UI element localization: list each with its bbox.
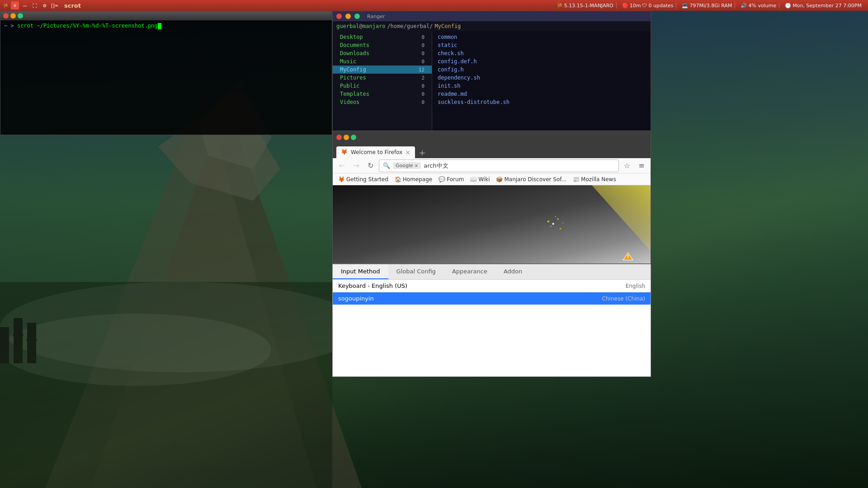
datetime-text: Mon, September 27 7:00PM bbox=[793, 3, 862, 9]
fm-dir-desktop[interactable]: Desktop 0 bbox=[333, 33, 432, 41]
fcitx-tab-appearance[interactable]: Appearance bbox=[444, 264, 495, 279]
ff-bookmarks-bar: 🦊 Getting Started 🏠 Homepage 💬 Forum 📖 W… bbox=[333, 174, 651, 185]
svg-point-7 bbox=[0, 314, 271, 386]
manjaro-icon[interactable]: 🎋 bbox=[2, 2, 9, 9]
fm-dir-myconfig[interactable]: MyConfig 12 bbox=[333, 66, 432, 74]
updates-shield-icon: 🛡 bbox=[642, 3, 647, 9]
ff-tab-close-btn[interactable]: × bbox=[405, 149, 410, 156]
fm-dir-public-label: Public bbox=[340, 83, 359, 89]
filemanager-window: Ranger guerbal @ manjaro /home/guerbal/ … bbox=[332, 11, 651, 142]
ff-bookmark-mozilla[interactable]: 📰 Mozilla News bbox=[571, 175, 618, 183]
ff-bm-home-icon: 🏠 bbox=[395, 176, 401, 183]
fm-dir-videos[interactable]: Videos 0 bbox=[333, 98, 432, 106]
terminal-prompt: ~ > scrot ~/Pictures/%Y-%m-%d-%T-screens… bbox=[4, 22, 328, 30]
fm-dir-myconfig-label: MyConfig bbox=[340, 66, 366, 73]
taskbar-volume[interactable]: 🔊 4% volume bbox=[738, 3, 779, 9]
ff-search-engine-badge[interactable]: Google × bbox=[393, 162, 421, 169]
fcitx-keyboard-name: Keyboard - English (US) bbox=[338, 282, 626, 289]
fm-file-configdefh[interactable]: config.def.h bbox=[432, 57, 651, 66]
taskbar-updates[interactable]: 🔴 10m 🛡 0 updates bbox=[619, 3, 677, 9]
ff-search-engine-close[interactable]: × bbox=[415, 163, 418, 168]
firefox-icon: 🦊 bbox=[341, 149, 348, 156]
fm-close-btn[interactable] bbox=[336, 14, 342, 19]
fcitx-keyboard-lang: English bbox=[626, 283, 645, 289]
ff-search-engine-label: Google bbox=[396, 163, 413, 169]
terminal-min-btn[interactable] bbox=[10, 13, 16, 19]
fm-file-checksh[interactable]: check.sh bbox=[432, 49, 651, 57]
ff-bm-forum-label: Forum bbox=[447, 176, 464, 183]
fcitx-row-keyboard[interactable]: Keyboard - English (US) English bbox=[333, 280, 651, 292]
ff-forward-icon: → bbox=[353, 161, 359, 170]
fm-file-common[interactable]: common bbox=[432, 33, 651, 41]
kernel-text: 5.13.15-1-MANJARO bbox=[564, 3, 613, 9]
fcitx-tab-addon[interactable]: Addon bbox=[495, 264, 530, 279]
fcitx-row-sogou[interactable]: sogoupinyin Chinese (China) bbox=[333, 292, 651, 305]
fm-file-suckless[interactable]: suckless-distrotube.sh bbox=[432, 98, 651, 106]
volume-icon: 🔊 bbox=[741, 3, 747, 9]
terminal-max-btn[interactable] bbox=[18, 13, 23, 19]
ff-menu-icon[interactable]: ≡ bbox=[635, 160, 648, 172]
fm-max-btn[interactable] bbox=[354, 14, 360, 19]
fm-titlebar: Ranger bbox=[333, 11, 651, 21]
ff-close-btn[interactable] bbox=[336, 135, 342, 140]
ff-max-btn[interactable] bbox=[351, 135, 356, 140]
ff-back-btn[interactable]: ← bbox=[335, 160, 348, 172]
fm-min-btn[interactable] bbox=[345, 14, 351, 19]
ff-bookmark-homepage[interactable]: 🏠 Homepage bbox=[393, 175, 434, 183]
fm-dir-videos-label: Videos bbox=[340, 99, 359, 105]
fm-dir-downloads[interactable]: Downloads 0 bbox=[333, 49, 432, 57]
ff-bookmark-forum[interactable]: 💬 Forum bbox=[437, 175, 466, 183]
terminal-cursor bbox=[158, 23, 161, 29]
firefox-window: 🦊 Welcome to Firefox × + ← → ↻ 🔍 Google … bbox=[332, 131, 651, 264]
ff-tab-welcome[interactable]: 🦊 Welcome to Firefox × bbox=[336, 146, 415, 158]
ff-bookmark-manjaro[interactable]: 📦 Manjaro Discover Sof... bbox=[494, 175, 568, 183]
ff-back-icon: ← bbox=[339, 161, 344, 170]
ff-bm-manjaro-icon: 📦 bbox=[496, 176, 503, 183]
ff-navbar: ← → ↻ 🔍 Google × arch中文 ☆ ≡ bbox=[333, 158, 651, 174]
fm-dir-documents[interactable]: Documents 0 bbox=[333, 41, 432, 49]
ff-bookmark-wiki[interactable]: 📖 Wiki bbox=[468, 175, 491, 183]
ram-text: 797Mi/3.8Gi RAM bbox=[689, 3, 732, 9]
fm-file-configh[interactable]: config.h bbox=[432, 66, 651, 74]
kernel-icon: 🎋 bbox=[557, 3, 563, 9]
fm-file-dependencysh[interactable]: dependency.sh bbox=[432, 74, 651, 82]
taskbar-left: 🎋 ✕ — ⛶ ⚙ []= bbox=[0, 1, 59, 9]
svg-point-17 bbox=[557, 218, 559, 220]
ff-bm-manjaro-label: Manjaro Discover Sof... bbox=[504, 176, 566, 183]
ff-bookmark-icon[interactable]: ☆ bbox=[621, 160, 633, 172]
ff-bookmark-getting-started[interactable]: 🦊 Getting Started bbox=[336, 175, 390, 183]
svg-text:!: ! bbox=[627, 254, 629, 260]
fm-dir-pictures[interactable]: Pictures 2 bbox=[333, 74, 432, 82]
ff-tab-welcome-label: Welcome to Firefox bbox=[351, 149, 402, 155]
svg-point-18 bbox=[550, 226, 551, 227]
fm-dir-pictures-count: 2 bbox=[421, 75, 425, 81]
fm-file-readmemd[interactable]: readme.md bbox=[432, 90, 651, 98]
fm-dir-videos-count: 0 bbox=[421, 99, 425, 105]
fm-files-panel: common static check.sh config.def.h conf… bbox=[432, 31, 651, 131]
fm-file-static[interactable]: static bbox=[432, 41, 651, 49]
fcitx-sogou-name: sogoupinyin bbox=[338, 295, 602, 302]
taskbar-settings-btn[interactable]: ⚙ bbox=[41, 1, 49, 9]
ff-bm-wiki-label: Wiki bbox=[478, 176, 490, 183]
fm-path-at: @ bbox=[359, 23, 363, 29]
ff-forward-btn[interactable]: → bbox=[350, 160, 363, 172]
taskbar-max-btn[interactable]: ⛶ bbox=[31, 1, 39, 9]
fcitx-tab-input-method[interactable]: Input Method bbox=[333, 264, 388, 279]
taskbar-min-btn[interactable]: — bbox=[21, 1, 29, 9]
ff-add-tab-btn[interactable]: + bbox=[416, 146, 429, 158]
fm-dir-public[interactable]: Public 0 bbox=[333, 82, 432, 90]
ff-bm-mozilla-icon: 📰 bbox=[573, 176, 580, 183]
terminal-close-btn[interactable] bbox=[3, 13, 9, 19]
fm-dir-templates[interactable]: Templates 0 bbox=[333, 90, 432, 98]
svg-point-20 bbox=[555, 216, 556, 217]
fm-file-initsh[interactable]: init.sh bbox=[432, 82, 651, 90]
ff-urlbar[interactable]: 🔍 Google × arch中文 bbox=[379, 160, 619, 172]
ff-min-btn[interactable] bbox=[344, 135, 349, 140]
fm-dir-music[interactable]: Music 0 bbox=[333, 57, 432, 66]
taskbar-close-btn[interactable]: ✕ bbox=[11, 1, 19, 9]
ff-reload-btn[interactable]: ↻ bbox=[364, 160, 377, 172]
ff-bm-home-label: Homepage bbox=[403, 176, 432, 183]
taskbar-ram[interactable]: 💻 797Mi/3.8Gi RAM bbox=[679, 3, 735, 9]
fcitx-tab-global-config[interactable]: Global Config bbox=[388, 264, 444, 279]
taskbar-code-btn[interactable]: []= bbox=[51, 1, 59, 9]
